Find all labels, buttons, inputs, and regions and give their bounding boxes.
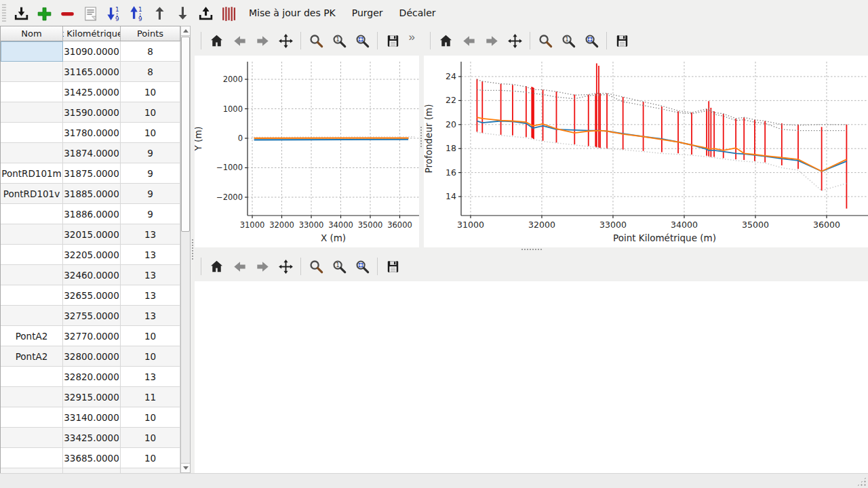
- cell-r1-c2[interactable]: 8: [121, 62, 180, 82]
- back-button[interactable]: [229, 30, 250, 51]
- cell-r16-c0[interactable]: [1, 367, 63, 387]
- forward-button[interactable]: [252, 30, 273, 51]
- zoom-one-button[interactable]: 1: [329, 256, 349, 277]
- save-figure-button[interactable]: [382, 256, 403, 277]
- cell-r5-c0[interactable]: [1, 143, 63, 163]
- zoom-one-button[interactable]: 1: [558, 30, 578, 51]
- cell-r6-c1[interactable]: 31875.0000: [63, 163, 121, 184]
- cell-r19-c2[interactable]: 10: [121, 428, 180, 448]
- cell-r11-c2[interactable]: 13: [121, 265, 180, 285]
- plan-view-canvas[interactable]: 310003200033000340003500036000−2000−1000…: [195, 56, 419, 247]
- cell-r13-c2[interactable]: 13: [121, 306, 180, 326]
- cell-r10-c1[interactable]: 32205.0000: [63, 245, 121, 265]
- import-button[interactable]: [10, 3, 31, 23]
- cell-r2-c0[interactable]: [1, 82, 63, 102]
- pan-button[interactable]: [275, 256, 296, 277]
- toolbar-action-button-2[interactable]: Décaler: [393, 3, 443, 22]
- sort-ascending-button[interactable]: 19: [125, 3, 146, 23]
- cross-section-canvas[interactable]: [195, 281, 868, 473]
- cell-r8-c0[interactable]: [1, 204, 63, 224]
- cell-r18-c2[interactable]: 10: [121, 407, 180, 428]
- sort-descending-button[interactable]: 19: [102, 3, 123, 23]
- cell-r12-c2[interactable]: 13: [121, 285, 180, 306]
- cell-r2-c2[interactable]: 10: [121, 82, 180, 102]
- cell-r19-c1[interactable]: 33425.0000: [63, 428, 121, 448]
- zoom-button[interactable]: [535, 30, 555, 51]
- zoom-button[interactable]: [306, 256, 326, 277]
- cell-r20-c0[interactable]: [1, 448, 63, 468]
- cell-r0-c0[interactable]: [1, 41, 63, 62]
- back-button[interactable]: [229, 256, 250, 277]
- cell-r20-c1[interactable]: 33685.0000: [63, 448, 121, 468]
- add-section-button[interactable]: [33, 3, 54, 23]
- cell-r13-c0[interactable]: [1, 306, 63, 326]
- export-button[interactable]: [195, 3, 215, 23]
- back-button[interactable]: [458, 30, 479, 51]
- toolbar-action-button-0[interactable]: Mise à jour des PK: [242, 3, 342, 22]
- cell-r6-c2[interactable]: 9: [121, 163, 180, 184]
- cell-r2-c1[interactable]: 31425.0000: [63, 82, 121, 102]
- save-figure-button[interactable]: [382, 30, 403, 51]
- cell-r18-c1[interactable]: 33140.0000: [63, 407, 121, 428]
- profiles-button[interactable]: [218, 3, 238, 23]
- scroll-up-arrow[interactable]: [181, 26, 190, 36]
- forward-button[interactable]: [252, 256, 273, 277]
- cell-r19-c0[interactable]: [1, 428, 63, 448]
- scrollbar-thumb[interactable]: [181, 37, 190, 232]
- cell-r16-c1[interactable]: 32820.0000: [63, 367, 121, 387]
- cell-r8-c2[interactable]: 9: [121, 204, 180, 224]
- cell-r7-c2[interactable]: 9: [121, 184, 180, 204]
- cell-r7-c1[interactable]: 31885.0000: [63, 184, 121, 204]
- cell-r17-c0[interactable]: [1, 387, 63, 407]
- cell-r9-c2[interactable]: 13: [121, 224, 180, 245]
- cell-r10-c0[interactable]: [1, 245, 63, 265]
- cell-r14-c0[interactable]: PontA2: [1, 326, 63, 346]
- cell-r9-c1[interactable]: 32015.0000: [63, 224, 121, 245]
- toolbar-overflow-button[interactable]: »: [409, 30, 415, 44]
- forward-button[interactable]: [481, 30, 502, 51]
- edit-section-button[interactable]: [79, 3, 100, 23]
- pan-button[interactable]: [275, 30, 296, 51]
- remove-section-button[interactable]: [56, 3, 77, 23]
- cell-r17-c1[interactable]: 32915.0000: [63, 387, 121, 407]
- cell-r1-c0[interactable]: [1, 62, 63, 82]
- cell-r12-c0[interactable]: [1, 285, 63, 306]
- toolbar-drag-handle[interactable]: [2, 3, 6, 22]
- cell-r20-c2[interactable]: 10: [121, 448, 180, 468]
- move-down-button[interactable]: [172, 3, 192, 23]
- cell-r8-c1[interactable]: 31886.0000: [63, 204, 121, 224]
- cell-r11-c0[interactable]: [1, 265, 63, 285]
- cell-r9-c0[interactable]: [1, 224, 63, 245]
- cell-r10-c2[interactable]: 13: [121, 245, 180, 265]
- cell-r3-c2[interactable]: 10: [121, 102, 180, 123]
- cell-r3-c1[interactable]: 31590.0000: [63, 102, 121, 123]
- cell-r12-c1[interactable]: 32655.0000: [63, 285, 121, 306]
- column-header-2[interactable]: Points: [121, 26, 180, 41]
- home-button[interactable]: [206, 256, 226, 277]
- cell-r14-c2[interactable]: 10: [121, 326, 180, 346]
- move-up-button[interactable]: [149, 3, 169, 23]
- cell-r13-c1[interactable]: 32755.0000: [63, 306, 121, 326]
- cell-r4-c2[interactable]: 10: [121, 123, 180, 143]
- cell-r3-c0[interactable]: [1, 102, 63, 123]
- cell-r7-c0[interactable]: PontRD101v: [1, 184, 63, 204]
- cell-r15-c1[interactable]: 32800.0000: [63, 346, 121, 367]
- cell-r0-c1[interactable]: 31090.0000: [63, 41, 121, 62]
- zoom-one-button[interactable]: 1: [329, 30, 349, 51]
- cell-r11-c1[interactable]: 32460.0000: [63, 265, 121, 285]
- profile-canvas[interactable]: 3100032000330003400035000360001416182022…: [424, 56, 868, 247]
- cell-r4-c0[interactable]: [1, 123, 63, 143]
- save-figure-button[interactable]: [612, 30, 632, 51]
- cell-r5-c2[interactable]: 9: [121, 143, 180, 163]
- pan-button[interactable]: [505, 30, 525, 51]
- cell-r14-c1[interactable]: 32770.0000: [63, 326, 121, 346]
- table-scrollbar[interactable]: [180, 26, 191, 473]
- splitter-between-plots[interactable]: [419, 26, 424, 247]
- column-header-1[interactable]: t Kilométrique: [63, 26, 121, 41]
- cell-r16-c2[interactable]: 13: [121, 367, 180, 387]
- cell-r15-c2[interactable]: 10: [121, 346, 180, 367]
- home-button[interactable]: [435, 30, 456, 51]
- cell-r4-c1[interactable]: 31780.0000: [63, 123, 121, 143]
- toolbar-action-button-1[interactable]: Purger: [345, 3, 390, 22]
- cell-r18-c0[interactable]: [1, 407, 63, 428]
